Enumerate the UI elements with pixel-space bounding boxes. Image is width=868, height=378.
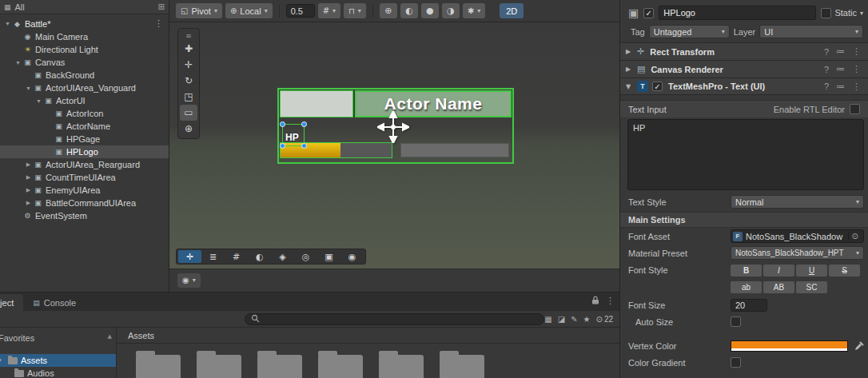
foldout-arrow[interactable]: ▼ bbox=[14, 60, 22, 66]
search-icon[interactable]: ◎ bbox=[294, 250, 317, 263]
lowercase-button[interactable]: ab bbox=[731, 281, 762, 293]
active-checkbox[interactable]: ✓ bbox=[643, 8, 654, 18]
hierarchy-item-hpgage[interactable]: ▣ HPGage bbox=[0, 133, 169, 145]
tab-project[interactable]: Project bbox=[0, 294, 23, 311]
scene-audio-button[interactable]: ● bbox=[421, 3, 439, 18]
hierarchy-item-canvas[interactable]: ▼ ▣ Canvas bbox=[0, 56, 169, 69]
visibility-count[interactable]: ⊙ 22 bbox=[595, 315, 613, 324]
search-input[interactable] bbox=[264, 313, 538, 324]
overlay-globe-button[interactable]: ◉ ▾ bbox=[177, 273, 201, 288]
foldout-arrow[interactable]: ▶ bbox=[24, 187, 33, 193]
pivot-mode-button[interactable]: ◱ Pivot ▾ bbox=[176, 3, 222, 18]
foldout-arrow[interactable]: ▼ bbox=[626, 83, 633, 90]
shading-mode-button[interactable]: ◐ bbox=[400, 3, 418, 18]
breadcrumb[interactable]: Assets bbox=[117, 328, 619, 344]
gameobject-name-field[interactable]: HPLogo bbox=[659, 6, 816, 20]
lock-icon[interactable] bbox=[591, 296, 599, 306]
gameobject-cube-icon[interactable]: ▣ bbox=[628, 6, 639, 19]
help-icon[interactable]: ? bbox=[822, 65, 830, 74]
scene-lighting-button[interactable]: ⊕ bbox=[380, 3, 397, 18]
font-size-field[interactable]: 20 bbox=[731, 299, 767, 312]
kebab-menu-icon[interactable]: ⋮ bbox=[850, 46, 862, 57]
scale-tool-button[interactable]: ◳ bbox=[178, 89, 199, 105]
text-input-area[interactable]: HP bbox=[627, 119, 864, 190]
tab-console[interactable]: ▤ Console bbox=[23, 294, 86, 311]
gizmos-icon[interactable]: ◈ bbox=[271, 250, 294, 263]
folder-icon[interactable] bbox=[440, 355, 484, 378]
hierarchy-item-actoricon[interactable]: ▣ ActorIcon bbox=[0, 107, 169, 120]
kebab-menu-icon[interactable]: ⋮ bbox=[606, 296, 615, 306]
filter-icon[interactable]: ▦ bbox=[4, 3, 11, 11]
hierarchy-item-hplogo[interactable]: ▣ HPLogo bbox=[0, 145, 169, 158]
text-style-dropdown[interactable]: Normal ▾ bbox=[731, 195, 864, 209]
color-gradient-checkbox[interactable] bbox=[731, 357, 741, 368]
folder-icon[interactable] bbox=[379, 355, 424, 378]
search-by-label-icon[interactable]: ◪ bbox=[558, 315, 565, 324]
component-enabled-checkbox[interactable]: ✓ bbox=[652, 82, 663, 91]
foldout-arrow[interactable]: ▶ bbox=[24, 200, 33, 206]
foldout-arrow[interactable]: ▼ bbox=[34, 98, 43, 104]
static-checkbox[interactable] bbox=[821, 8, 831, 18]
move-tool-button[interactable]: ✛ bbox=[178, 57, 199, 73]
uppercase-button[interactable]: AB bbox=[763, 281, 794, 293]
folder-icon[interactable] bbox=[318, 355, 363, 378]
hierarchy-item-battlecommanduiarea[interactable]: ▶ ▣ BattleCommandUIArea bbox=[0, 197, 169, 209]
bold-button[interactable]: B bbox=[731, 265, 762, 277]
hierarchy-item-actoruiarea-rearguard[interactable]: ▶ ▣ ActorUIArea_Rearguard bbox=[0, 158, 169, 171]
foldout-arrow[interactable]: ▾ bbox=[0, 357, 5, 364]
component-header-canvas-renderer[interactable]: ▶ ▤ Canvas Renderer ? ≔ ⋮ bbox=[620, 60, 868, 78]
help-icon[interactable]: ? bbox=[822, 47, 830, 57]
grid-snap-icon[interactable]: # bbox=[225, 250, 248, 263]
resize-handle[interactable] bbox=[280, 143, 285, 149]
rotate-tool-button[interactable]: ↻ bbox=[178, 73, 199, 89]
strikethrough-button[interactable]: S bbox=[829, 265, 860, 277]
handle-rotation-button[interactable]: ⊕ Local ▾ bbox=[225, 3, 273, 18]
transform-tool-button[interactable]: ⊕ bbox=[178, 121, 199, 137]
tree-item-audios[interactable]: Audios bbox=[0, 367, 116, 378]
rect-tool-button[interactable]: ▭ bbox=[180, 105, 197, 121]
hierarchy-item-enemyuiarea[interactable]: ▶ ▣ EnemyUIArea bbox=[0, 184, 169, 197]
foldout-arrow[interactable]: ▶ bbox=[24, 174, 33, 181]
move-gizmo[interactable] bbox=[377, 111, 409, 143]
hierarchy-item-counttimeuiarea[interactable]: ▶ ▣ CountTimeUIArea bbox=[0, 171, 169, 184]
scene-viewport[interactable]: Actor Name HP bbox=[169, 22, 619, 269]
grid-visibility-button[interactable]: # ▾ bbox=[318, 3, 340, 18]
tree-item-assets[interactable]: ▾ Assets bbox=[0, 354, 116, 367]
hierarchy-item-actorui[interactable]: ▼ ▣ ActorUI bbox=[0, 94, 169, 107]
kebab-menu-icon[interactable]: ⋮ bbox=[152, 18, 165, 29]
presets-icon[interactable]: ≔ bbox=[834, 46, 846, 57]
pan-tool-button[interactable]: ✚ bbox=[178, 41, 199, 57]
layer-dropdown[interactable]: UI ▾ bbox=[759, 25, 863, 38]
edit-label-icon[interactable]: ✎ bbox=[571, 315, 577, 324]
move-tool-icon[interactable]: ✛ bbox=[178, 250, 201, 263]
kebab-menu-icon[interactable]: ⋮ bbox=[850, 82, 862, 92]
auto-size-checkbox[interactable] bbox=[731, 316, 741, 327]
object-picker-icon[interactable]: ⊙ bbox=[848, 232, 862, 241]
favorite-star-icon[interactable]: ★ bbox=[583, 315, 591, 324]
drag-handle-icon[interactable]: ≡ bbox=[178, 30, 199, 41]
shading-icon[interactable]: ◐ bbox=[248, 250, 271, 263]
effects-button[interactable]: ✱ ▾ bbox=[463, 3, 485, 18]
hierarchy-item-background[interactable]: ▣ BackGround bbox=[0, 69, 169, 82]
actor-ui-canvas[interactable]: Actor Name HP bbox=[277, 88, 514, 164]
foldout-arrow[interactable]: ▶ bbox=[24, 161, 33, 168]
hierarchy-item-directional-light[interactable]: ☀ Directional Light bbox=[0, 43, 169, 56]
scene-visibility-button[interactable]: ◑ bbox=[442, 3, 460, 18]
hp-logo-selection[interactable]: HP bbox=[282, 124, 305, 146]
search-by-type-icon[interactable]: ▦ bbox=[544, 315, 551, 324]
foldout-arrow[interactable]: ▼ bbox=[3, 21, 12, 26]
add-tab-icon[interactable]: ⊞ bbox=[158, 2, 165, 11]
2d-toggle-button[interactable]: 2D bbox=[500, 3, 524, 18]
component-header-rect-transform[interactable]: ▶ ✛ Rect Transform ? ≔ ⋮ bbox=[620, 42, 868, 60]
camera-preview-icon[interactable]: ▣ bbox=[317, 250, 340, 263]
resize-handle[interactable] bbox=[301, 143, 307, 149]
folder-icon[interactable] bbox=[257, 355, 302, 378]
presets-icon[interactable]: ≔ bbox=[834, 64, 846, 74]
material-preset-dropdown[interactable]: NotoSans_BlackShadow_HPT ▾ bbox=[731, 246, 864, 260]
presets-icon[interactable]: ≔ bbox=[834, 82, 846, 92]
font-asset-field[interactable]: F NotoSans_BlackShadow ⊙ bbox=[731, 229, 864, 243]
resize-handle[interactable] bbox=[280, 121, 285, 127]
smallcaps-button[interactable]: SC bbox=[796, 281, 827, 293]
hierarchy-filter-label[interactable]: All bbox=[15, 2, 154, 12]
orientation-icon[interactable]: ◉ bbox=[340, 250, 364, 263]
